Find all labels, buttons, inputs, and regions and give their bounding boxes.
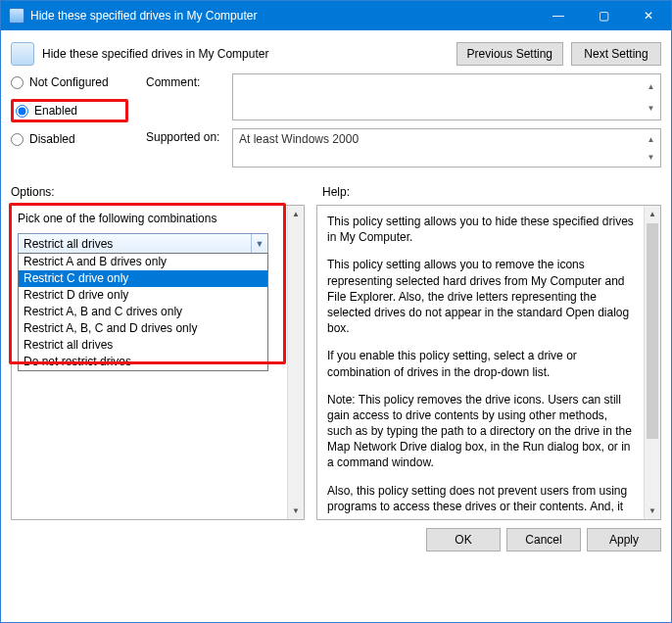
comment-scroll[interactable]: ▲ ▼ bbox=[643, 75, 659, 119]
window-title: Hide these specified drives in My Comput… bbox=[30, 9, 536, 23]
title-bar: Hide these specified drives in My Comput… bbox=[1, 1, 671, 30]
ok-button[interactable]: OK bbox=[426, 528, 501, 551]
drive-combo[interactable]: Restrict all drives ▼ bbox=[18, 233, 268, 254]
state-radio-group: Not Configured Enabled Disabled bbox=[11, 73, 128, 175]
combo-label: Pick one of the following combinations bbox=[18, 212, 298, 225]
help-section-label: Help: bbox=[322, 185, 350, 199]
highlight-enabled: Enabled bbox=[11, 99, 128, 122]
scroll-down-icon[interactable]: ▼ bbox=[645, 503, 660, 519]
supported-scroll[interactable]: ▲ ▼ bbox=[643, 130, 659, 166]
radio-not-configured-input[interactable] bbox=[11, 76, 24, 89]
comment-label: Comment: bbox=[146, 73, 224, 89]
options-scrollbar[interactable]: ▲ ▼ bbox=[287, 206, 304, 519]
combo-option[interactable]: Restrict C drive only bbox=[19, 270, 267, 287]
combo-option[interactable]: Restrict D drive only bbox=[19, 287, 267, 304]
combo-option[interactable]: Do not restrict drives bbox=[19, 354, 267, 370]
drive-combo-list[interactable]: Restrict A and B drives onlyRestrict C d… bbox=[18, 253, 268, 371]
next-setting-button[interactable]: Next Setting bbox=[571, 42, 661, 66]
radio-disabled[interactable]: Disabled bbox=[11, 132, 128, 146]
minimize-button[interactable]: — bbox=[536, 1, 581, 30]
supported-label: Supported on: bbox=[146, 128, 224, 144]
close-button[interactable]: ✕ bbox=[626, 1, 671, 30]
combo-option[interactable]: Restrict all drives bbox=[19, 337, 267, 354]
dialog-buttons: OK Cancel Apply bbox=[11, 528, 661, 551]
comment-textarea[interactable]: ▲ ▼ bbox=[232, 73, 661, 120]
scrollbar-thumb[interactable] bbox=[647, 223, 658, 439]
scroll-down-icon[interactable]: ▼ bbox=[643, 148, 659, 166]
help-text: This policy setting allows you to hide t… bbox=[323, 212, 654, 513]
options-section-label: Options: bbox=[11, 185, 305, 199]
radio-not-configured-label: Not Configured bbox=[29, 75, 109, 89]
help-paragraph: Note: This policy removes the drive icon… bbox=[327, 392, 635, 471]
radio-disabled-input[interactable] bbox=[11, 133, 24, 146]
help-paragraph: This policy setting allows you to remove… bbox=[327, 257, 635, 336]
header: Hide these specified drives in My Comput… bbox=[11, 42, 661, 66]
help-paragraph: Also, this policy setting does not preve… bbox=[327, 483, 635, 513]
supported-textarea: At least Windows 2000 ▲ ▼ bbox=[232, 128, 661, 168]
help-paragraph: If you enable this policy setting, selec… bbox=[327, 348, 635, 379]
scroll-down-icon[interactable]: ▼ bbox=[643, 97, 659, 119]
policy-name: Hide these specified drives in My Comput… bbox=[42, 47, 449, 61]
combo-option[interactable]: Restrict A, B and C drives only bbox=[19, 304, 267, 320]
help-scrollbar[interactable]: ▲ ▼ bbox=[644, 206, 660, 519]
radio-enabled-input[interactable] bbox=[16, 105, 28, 118]
supported-value: At least Windows 2000 bbox=[239, 132, 359, 146]
apply-button[interactable]: Apply bbox=[587, 528, 661, 551]
options-pane: Pick one of the following combinations R… bbox=[11, 205, 305, 520]
chevron-down-icon[interactable]: ▼ bbox=[251, 234, 267, 253]
scroll-up-icon[interactable]: ▲ bbox=[643, 130, 659, 148]
radio-enabled-label: Enabled bbox=[34, 104, 77, 118]
maximize-button[interactable]: ▢ bbox=[581, 1, 626, 30]
scroll-down-icon[interactable]: ▼ bbox=[288, 503, 304, 519]
scroll-up-icon[interactable]: ▲ bbox=[288, 206, 304, 222]
radio-disabled-label: Disabled bbox=[29, 132, 75, 146]
help-pane: This policy setting allows you to hide t… bbox=[316, 205, 661, 520]
scroll-up-icon[interactable]: ▲ bbox=[643, 75, 659, 97]
scroll-up-icon[interactable]: ▲ bbox=[645, 206, 660, 222]
radio-enabled[interactable]: Enabled bbox=[16, 104, 77, 118]
help-paragraph: This policy setting allows you to hide t… bbox=[327, 214, 635, 245]
combo-option[interactable]: Restrict A, B, C and D drives only bbox=[19, 320, 267, 337]
previous-setting-button[interactable]: Previous Setting bbox=[456, 42, 563, 66]
cancel-button[interactable]: Cancel bbox=[506, 528, 581, 551]
app-icon bbox=[9, 8, 24, 24]
policy-icon bbox=[11, 42, 34, 66]
radio-not-configured[interactable]: Not Configured bbox=[11, 75, 128, 89]
combo-option[interactable]: Restrict A and B drives only bbox=[19, 254, 267, 270]
combo-selected-value: Restrict all drives bbox=[24, 237, 113, 251]
